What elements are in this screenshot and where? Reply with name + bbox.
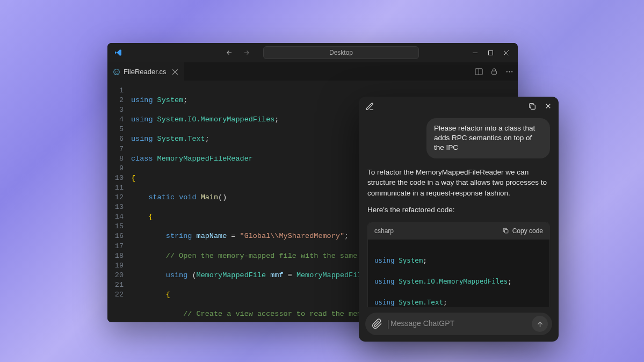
lock-icon[interactable] xyxy=(490,68,498,76)
assistant-paragraph-2: Here's the refactored code: xyxy=(367,205,550,215)
svg-point-5 xyxy=(506,71,508,72)
chat-input-row: Message ChatGPT xyxy=(359,307,559,342)
send-button[interactable] xyxy=(532,316,548,332)
search-text: Desktop xyxy=(329,49,353,56)
svg-rect-9 xyxy=(504,230,508,234)
tab-filename: FileReader.cs xyxy=(124,68,166,76)
svg-point-6 xyxy=(509,71,510,72)
assistant-paragraph-1: To refactor the MemoryMappedFileReader w… xyxy=(367,167,550,199)
command-center-search[interactable]: Desktop xyxy=(263,46,419,59)
attach-icon[interactable] xyxy=(372,318,382,329)
editor-tab[interactable]: C FileReader.cs xyxy=(107,62,184,81)
svg-point-7 xyxy=(511,71,512,72)
svg-rect-4 xyxy=(492,71,497,74)
maximize-icon[interactable] xyxy=(488,50,494,56)
title-bar: Desktop xyxy=(107,43,518,62)
close-window-icon[interactable] xyxy=(503,50,509,56)
code-block-body: using System; using System.IO.MemoryMapp… xyxy=(368,240,549,307)
split-editor-icon[interactable] xyxy=(475,68,483,76)
chat-input[interactable]: Message ChatGPT xyxy=(365,313,552,335)
copy-code-label: Copy code xyxy=(512,227,543,235)
code-lang-label: csharp xyxy=(374,227,394,235)
nav-back-icon[interactable] xyxy=(223,49,235,56)
chat-panel: Please refactor into a class that adds R… xyxy=(359,97,559,342)
code-block: csharp Copy code using System; using Sys… xyxy=(367,222,550,307)
close-chat-icon[interactable] xyxy=(544,102,552,111)
code-block-header: csharp Copy code xyxy=(368,222,549,240)
csharp-file-icon: C xyxy=(113,68,120,76)
svg-text:C: C xyxy=(115,70,118,74)
vscode-logo-icon xyxy=(114,48,122,57)
chat-input-placeholder: Message ChatGPT xyxy=(388,319,526,328)
copy-screenshot-icon[interactable] xyxy=(528,102,537,111)
tab-bar: C FileReader.cs xyxy=(107,62,518,81)
copy-code-button[interactable]: Copy code xyxy=(502,227,543,235)
svg-rect-8 xyxy=(531,105,535,109)
user-message: Please refactor into a class that adds R… xyxy=(426,118,550,158)
chat-body: Please refactor into a class that adds R… xyxy=(359,116,559,307)
minimize-icon[interactable] xyxy=(472,50,478,56)
more-actions-icon[interactable] xyxy=(505,68,513,76)
nav-forward-icon[interactable] xyxy=(241,49,252,56)
code-content: using System; using System.IO.MemoryMapp… xyxy=(131,81,371,322)
close-tab-icon[interactable] xyxy=(171,68,179,76)
chat-header xyxy=(359,97,559,116)
svg-rect-0 xyxy=(489,50,493,55)
compose-icon[interactable] xyxy=(365,102,374,111)
line-gutter: 12345678910111213141516171819202122 xyxy=(107,81,131,322)
